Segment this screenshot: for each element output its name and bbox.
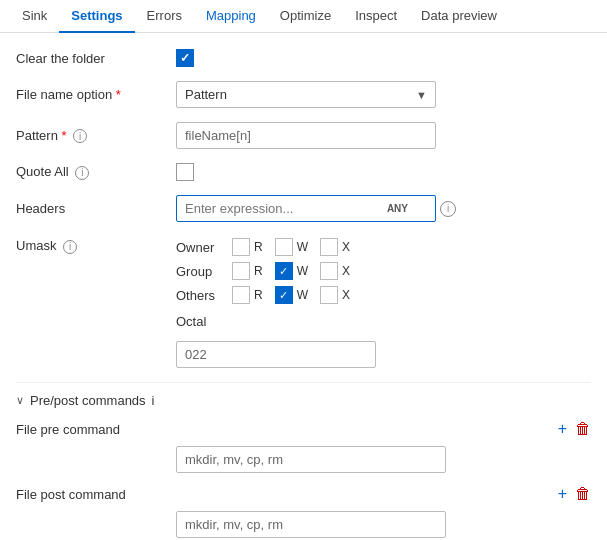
tab-settings[interactable]: Settings [59,0,134,33]
umask-group-row: Group R ✓ W X [176,262,376,280]
file-post-delete-button[interactable]: 🗑 [575,485,591,503]
pre-post-info-icon[interactable]: i [152,393,155,408]
tab-data-preview[interactable]: Data preview [409,0,509,33]
others-w-group: ✓ W [275,286,314,304]
headers-info-icon[interactable]: i [440,201,456,217]
file-pre-command-actions: + 🗑 [558,420,591,438]
pattern-input[interactable] [176,122,436,149]
others-w-checkbox[interactable]: ✓ [275,286,293,304]
umask-owner-row: Owner R W X [176,238,376,256]
headers-label: Headers [16,201,176,216]
group-w-label: W [297,264,308,278]
clear-folder-row: Clear the folder [16,49,591,67]
file-post-add-button[interactable]: + [558,485,567,503]
others-w-label: W [297,288,308,302]
umask-others-row: Others R ✓ W X [176,286,376,304]
group-r-checkbox[interactable] [232,262,250,280]
pre-post-section-header[interactable]: ∨ Pre/post commands i [16,393,591,408]
group-x-checkbox[interactable] [320,262,338,280]
file-name-option-value: Pattern [185,87,227,102]
chevron-down-icon: ▼ [416,89,427,101]
file-post-command-input[interactable] [176,511,446,538]
tab-inspect[interactable]: Inspect [343,0,409,33]
umask-group-label: Group [176,264,226,279]
owner-r-label: R [254,240,263,254]
owner-x-group: X [320,238,356,256]
file-name-option-label: File name option * [16,87,176,102]
owner-r-group: R [232,238,269,256]
chevron-collapse-icon: ∨ [16,394,24,407]
owner-w-checkbox[interactable] [275,238,293,256]
quote-all-label: Quote All i [16,164,176,180]
tab-bar: Sink Settings Errors Mapping Optimize In… [0,0,607,33]
pre-post-label: Pre/post commands [30,393,146,408]
umask-section: Owner R W X Group R [176,238,376,368]
owner-w-group: W [275,238,314,256]
group-r-label: R [254,264,263,278]
file-post-command-label: File post command [16,487,176,502]
required-marker-2: * [58,128,67,143]
owner-w-label: W [297,240,308,254]
umask-info-icon[interactable]: i [63,240,77,254]
group-x-label: X [342,264,350,278]
file-pre-delete-button[interactable]: 🗑 [575,420,591,438]
pattern-info-icon[interactable]: i [73,129,87,143]
others-r-checkbox[interactable] [232,286,250,304]
group-r-group: R [232,262,269,280]
umask-label: Umask i [16,238,176,254]
file-post-command-row: File post command + 🗑 [16,485,591,503]
quote-all-row: Quote All i [16,163,591,181]
clear-folder-checkbox[interactable] [176,49,194,67]
required-marker: * [112,87,121,102]
file-name-option-row: File name option * Pattern ▼ [16,81,591,108]
section-divider [16,382,591,383]
group-x-group: X [320,262,356,280]
any-badge: ANY [387,203,408,214]
file-post-command-actions: + 🗑 [558,485,591,503]
clear-folder-label: Clear the folder [16,51,176,66]
tab-mapping[interactable]: Mapping [194,0,268,33]
others-r-group: R [232,286,269,304]
umask-owner-label: Owner [176,240,226,255]
settings-content: Clear the folder File name option * Patt… [0,33,607,540]
owner-x-label: X [342,240,350,254]
pattern-label: Pattern * i [16,128,176,144]
umask-others-label: Others [176,288,226,303]
owner-x-checkbox[interactable] [320,238,338,256]
tab-errors[interactable]: Errors [135,0,194,33]
tab-sink[interactable]: Sink [10,0,59,33]
file-pre-command-row: File pre command + 🗑 [16,420,591,438]
group-w-group: ✓ W [275,262,314,280]
quote-all-checkbox[interactable] [176,163,194,181]
file-pre-command-input[interactable] [176,446,446,473]
quote-all-info-icon[interactable]: i [75,166,89,180]
others-x-group: X [320,286,356,304]
others-x-checkbox[interactable] [320,286,338,304]
tab-optimize[interactable]: Optimize [268,0,343,33]
headers-input-wrap: ANY [176,195,436,222]
octal-label: Octal [176,314,376,329]
file-name-option-select[interactable]: Pattern ▼ [176,81,436,108]
pattern-row: Pattern * i [16,122,591,149]
others-x-label: X [342,288,350,302]
file-pre-command-label: File pre command [16,422,176,437]
headers-row: Headers ANY i [16,195,591,222]
others-r-label: R [254,288,263,302]
group-w-checkbox[interactable]: ✓ [275,262,293,280]
octal-input[interactable] [176,341,376,368]
file-pre-add-button[interactable]: + [558,420,567,438]
owner-r-checkbox[interactable] [232,238,250,256]
umask-row: Umask i Owner R W X [16,236,591,368]
